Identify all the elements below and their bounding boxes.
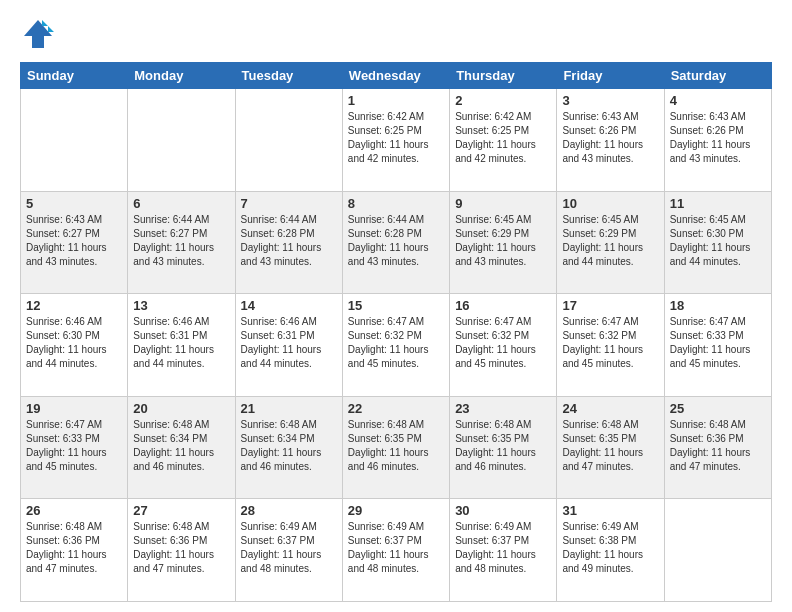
day-number: 6: [133, 196, 229, 211]
calendar-cell: [235, 89, 342, 192]
day-of-week-header: Tuesday: [235, 63, 342, 89]
day-of-week-header: Sunday: [21, 63, 128, 89]
calendar-cell: 16Sunrise: 6:47 AM Sunset: 6:32 PM Dayli…: [450, 294, 557, 397]
calendar-cell: 24Sunrise: 6:48 AM Sunset: 6:35 PM Dayli…: [557, 396, 664, 499]
day-info: Sunrise: 6:49 AM Sunset: 6:37 PM Dayligh…: [455, 520, 551, 576]
calendar-cell: 30Sunrise: 6:49 AM Sunset: 6:37 PM Dayli…: [450, 499, 557, 602]
day-number: 30: [455, 503, 551, 518]
day-number: 19: [26, 401, 122, 416]
day-of-week-header: Friday: [557, 63, 664, 89]
day-info: Sunrise: 6:48 AM Sunset: 6:34 PM Dayligh…: [241, 418, 337, 474]
calendar-cell: [664, 499, 771, 602]
calendar-week-row: 19Sunrise: 6:47 AM Sunset: 6:33 PM Dayli…: [21, 396, 772, 499]
day-number: 4: [670, 93, 766, 108]
day-of-week-header: Wednesday: [342, 63, 449, 89]
day-info: Sunrise: 6:43 AM Sunset: 6:26 PM Dayligh…: [562, 110, 658, 166]
day-info: Sunrise: 6:45 AM Sunset: 6:29 PM Dayligh…: [562, 213, 658, 269]
day-info: Sunrise: 6:46 AM Sunset: 6:31 PM Dayligh…: [241, 315, 337, 371]
calendar-table: SundayMondayTuesdayWednesdayThursdayFrid…: [20, 62, 772, 602]
day-info: Sunrise: 6:48 AM Sunset: 6:36 PM Dayligh…: [26, 520, 122, 576]
page: SundayMondayTuesdayWednesdayThursdayFrid…: [0, 0, 792, 612]
day-number: 20: [133, 401, 229, 416]
day-info: Sunrise: 6:44 AM Sunset: 6:28 PM Dayligh…: [348, 213, 444, 269]
day-number: 17: [562, 298, 658, 313]
day-info: Sunrise: 6:47 AM Sunset: 6:32 PM Dayligh…: [348, 315, 444, 371]
day-info: Sunrise: 6:42 AM Sunset: 6:25 PM Dayligh…: [455, 110, 551, 166]
day-info: Sunrise: 6:42 AM Sunset: 6:25 PM Dayligh…: [348, 110, 444, 166]
day-number: 21: [241, 401, 337, 416]
calendar-cell: 5Sunrise: 6:43 AM Sunset: 6:27 PM Daylig…: [21, 191, 128, 294]
calendar-cell: 7Sunrise: 6:44 AM Sunset: 6:28 PM Daylig…: [235, 191, 342, 294]
day-info: Sunrise: 6:49 AM Sunset: 6:37 PM Dayligh…: [241, 520, 337, 576]
calendar-cell: 11Sunrise: 6:45 AM Sunset: 6:30 PM Dayli…: [664, 191, 771, 294]
calendar-cell: 28Sunrise: 6:49 AM Sunset: 6:37 PM Dayli…: [235, 499, 342, 602]
day-number: 5: [26, 196, 122, 211]
calendar-cell: 25Sunrise: 6:48 AM Sunset: 6:36 PM Dayli…: [664, 396, 771, 499]
day-number: 10: [562, 196, 658, 211]
day-number: 1: [348, 93, 444, 108]
day-number: 2: [455, 93, 551, 108]
day-info: Sunrise: 6:47 AM Sunset: 6:32 PM Dayligh…: [562, 315, 658, 371]
calendar-week-row: 12Sunrise: 6:46 AM Sunset: 6:30 PM Dayli…: [21, 294, 772, 397]
day-number: 26: [26, 503, 122, 518]
day-info: Sunrise: 6:48 AM Sunset: 6:36 PM Dayligh…: [133, 520, 229, 576]
day-info: Sunrise: 6:48 AM Sunset: 6:36 PM Dayligh…: [670, 418, 766, 474]
calendar-cell: 10Sunrise: 6:45 AM Sunset: 6:29 PM Dayli…: [557, 191, 664, 294]
day-info: Sunrise: 6:45 AM Sunset: 6:30 PM Dayligh…: [670, 213, 766, 269]
day-info: Sunrise: 6:47 AM Sunset: 6:33 PM Dayligh…: [26, 418, 122, 474]
day-info: Sunrise: 6:44 AM Sunset: 6:28 PM Dayligh…: [241, 213, 337, 269]
day-of-week-header: Saturday: [664, 63, 771, 89]
day-number: 16: [455, 298, 551, 313]
calendar-week-row: 1Sunrise: 6:42 AM Sunset: 6:25 PM Daylig…: [21, 89, 772, 192]
calendar-cell: 2Sunrise: 6:42 AM Sunset: 6:25 PM Daylig…: [450, 89, 557, 192]
calendar-cell: 17Sunrise: 6:47 AM Sunset: 6:32 PM Dayli…: [557, 294, 664, 397]
day-info: Sunrise: 6:49 AM Sunset: 6:37 PM Dayligh…: [348, 520, 444, 576]
day-info: Sunrise: 6:43 AM Sunset: 6:27 PM Dayligh…: [26, 213, 122, 269]
day-number: 28: [241, 503, 337, 518]
day-of-week-header: Monday: [128, 63, 235, 89]
calendar-cell: 14Sunrise: 6:46 AM Sunset: 6:31 PM Dayli…: [235, 294, 342, 397]
calendar-cell: 23Sunrise: 6:48 AM Sunset: 6:35 PM Dayli…: [450, 396, 557, 499]
calendar-cell: 13Sunrise: 6:46 AM Sunset: 6:31 PM Dayli…: [128, 294, 235, 397]
calendar-cell: 22Sunrise: 6:48 AM Sunset: 6:35 PM Dayli…: [342, 396, 449, 499]
day-info: Sunrise: 6:48 AM Sunset: 6:35 PM Dayligh…: [562, 418, 658, 474]
day-number: 14: [241, 298, 337, 313]
day-info: Sunrise: 6:48 AM Sunset: 6:35 PM Dayligh…: [455, 418, 551, 474]
calendar-week-row: 5Sunrise: 6:43 AM Sunset: 6:27 PM Daylig…: [21, 191, 772, 294]
calendar-cell: 12Sunrise: 6:46 AM Sunset: 6:30 PM Dayli…: [21, 294, 128, 397]
header: [20, 16, 772, 52]
day-info: Sunrise: 6:44 AM Sunset: 6:27 PM Dayligh…: [133, 213, 229, 269]
calendar-cell: [21, 89, 128, 192]
calendar-cell: 1Sunrise: 6:42 AM Sunset: 6:25 PM Daylig…: [342, 89, 449, 192]
day-number: 24: [562, 401, 658, 416]
day-info: Sunrise: 6:43 AM Sunset: 6:26 PM Dayligh…: [670, 110, 766, 166]
calendar-cell: 15Sunrise: 6:47 AM Sunset: 6:32 PM Dayli…: [342, 294, 449, 397]
day-number: 13: [133, 298, 229, 313]
svg-marker-0: [24, 20, 52, 48]
day-number: 3: [562, 93, 658, 108]
calendar-cell: [128, 89, 235, 192]
calendar-week-row: 26Sunrise: 6:48 AM Sunset: 6:36 PM Dayli…: [21, 499, 772, 602]
day-number: 12: [26, 298, 122, 313]
day-number: 22: [348, 401, 444, 416]
day-number: 8: [348, 196, 444, 211]
day-info: Sunrise: 6:45 AM Sunset: 6:29 PM Dayligh…: [455, 213, 551, 269]
day-number: 27: [133, 503, 229, 518]
calendar-cell: 27Sunrise: 6:48 AM Sunset: 6:36 PM Dayli…: [128, 499, 235, 602]
calendar-cell: 6Sunrise: 6:44 AM Sunset: 6:27 PM Daylig…: [128, 191, 235, 294]
day-info: Sunrise: 6:49 AM Sunset: 6:38 PM Dayligh…: [562, 520, 658, 576]
calendar-cell: 29Sunrise: 6:49 AM Sunset: 6:37 PM Dayli…: [342, 499, 449, 602]
calendar-cell: 18Sunrise: 6:47 AM Sunset: 6:33 PM Dayli…: [664, 294, 771, 397]
day-info: Sunrise: 6:48 AM Sunset: 6:34 PM Dayligh…: [133, 418, 229, 474]
day-number: 15: [348, 298, 444, 313]
calendar-cell: 8Sunrise: 6:44 AM Sunset: 6:28 PM Daylig…: [342, 191, 449, 294]
day-of-week-header: Thursday: [450, 63, 557, 89]
logo-icon: [20, 16, 56, 52]
calendar-cell: 4Sunrise: 6:43 AM Sunset: 6:26 PM Daylig…: [664, 89, 771, 192]
calendar-cell: 31Sunrise: 6:49 AM Sunset: 6:38 PM Dayli…: [557, 499, 664, 602]
day-info: Sunrise: 6:48 AM Sunset: 6:35 PM Dayligh…: [348, 418, 444, 474]
day-number: 18: [670, 298, 766, 313]
day-number: 7: [241, 196, 337, 211]
day-number: 25: [670, 401, 766, 416]
day-number: 29: [348, 503, 444, 518]
